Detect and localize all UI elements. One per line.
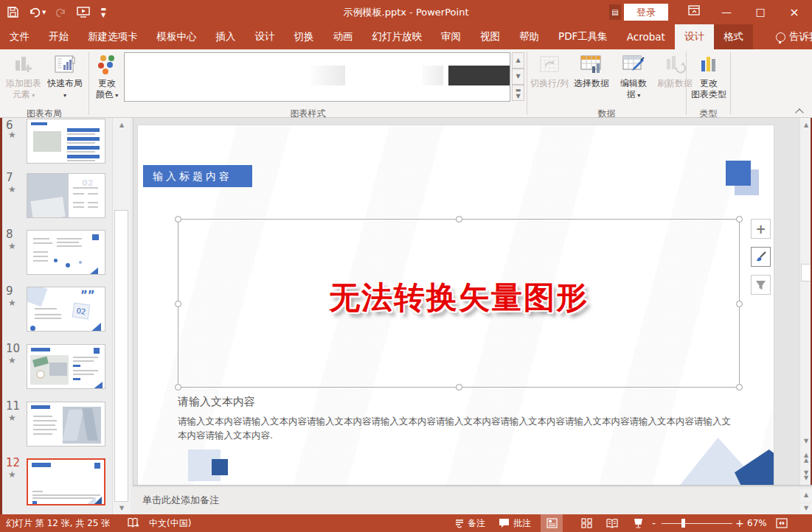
quick-access-toolbar: ▼ ▬▼ [7,0,106,24]
select-data-button[interactable]: 选择数据 [571,52,612,105]
fit-to-window-icon[interactable] [776,518,788,531]
tab-tell-me[interactable]: 告诉我 [766,24,812,49]
tab-help[interactable]: 帮助 [510,24,549,49]
notes-placeholder[interactable]: 单击此处添加备注 [142,494,219,507]
notes-pane[interactable]: 单击此处添加备注 [133,487,812,514]
comments-toggle-label[interactable]: 批注 [513,514,531,532]
resize-handle-se[interactable] [736,384,743,391]
zoom-level[interactable]: 67% [747,514,767,532]
save-icon[interactable] [7,7,18,18]
sidebar-scrollbar-thumb[interactable] [114,210,128,502]
slide-sorter-view-button[interactable] [575,514,597,532]
sidebar-scroll-up-icon[interactable]: ▲ [114,119,130,132]
customize-qat-icon[interactable]: ▬▼ [100,7,106,18]
notes-scroll-up-icon[interactable]: ▲ [800,489,812,502]
collapse-ribbon-icon[interactable] [794,105,807,117]
zoom-slider-thumb[interactable] [681,519,685,528]
ribbon-display-options-icon[interactable] [677,0,711,24]
resize-handle-ne[interactable] [736,216,743,223]
add-chart-element-icon [3,52,44,78]
tab-template-center[interactable]: 模板中心 [148,24,207,49]
slide-title-placeholder[interactable]: 输入标题内容 [143,165,252,187]
quick-layout-button[interactable]: 快速布局▾ [44,52,86,105]
slide-number: 12 [6,456,24,469]
spell-check-icon[interactable] [127,517,139,531]
change-chart-type-icon [690,52,728,78]
wordart-text[interactable]: 无法转换矢量图形 [178,277,739,318]
zoom-slider-track[interactable] [662,523,732,525]
tab-file[interactable]: 文件 [0,24,39,49]
gallery-more-icon[interactable]: ▬▼ [512,85,524,101]
resize-handle-nw[interactable] [175,216,181,223]
tab-chart-design-active[interactable]: 设计 [675,24,714,49]
notes-toggle-label[interactable]: 备注 [468,514,485,532]
start-slideshow-icon[interactable] [77,7,90,18]
tab-design[interactable]: 设计 [246,24,285,49]
slide-12-editing-surface[interactable]: 输入标题内容 无法转换矢量图形 请输入文本内容 请输入文本内容请输入文本内容请输… [138,125,774,486]
slide-thumbnail-9[interactable]: ”” 02 [27,287,105,332]
tab-insert[interactable]: 插入 [207,24,246,49]
tab-pdf-tools[interactable]: PDF工具集 [549,24,617,49]
edit-data-button[interactable]: 编辑数据 ▾ [614,52,653,105]
tab-home[interactable]: 开始 [39,24,78,49]
resize-handle-n[interactable] [456,216,462,223]
body-text[interactable]: 请输入文本内容请输入文本内容请输入文本内容请输入文本内容请输入文本内容请输入文本… [178,414,732,442]
normal-view-button[interactable] [541,514,563,532]
comments-toggle-icon[interactable] [499,518,510,531]
chart-styles-gallery[interactable] [124,52,510,102]
canvas-scrollbar-thumb[interactable] [801,264,811,281]
slide-thumbnail-7[interactable]: 02 [27,173,105,218]
slide-thumbnail-6[interactable] [27,119,105,164]
chart-styles-button[interactable] [751,247,771,267]
animation-star-icon: ★ [8,184,16,195]
minimize-button[interactable]: — [709,0,743,24]
chart-style-thumb[interactable] [448,66,510,85]
body-heading[interactable]: 请输入文本内容 [178,395,255,409]
undo-icon[interactable]: ▼ [29,7,46,18]
account-icon[interactable]: ▤ [609,4,621,20]
language-indicator[interactable]: 中文(中国) [149,514,191,532]
animation-star-icon: ★ [8,298,16,308]
zoom-out-button[interactable]: - [652,514,656,532]
tab-review[interactable]: 审阅 [431,24,471,49]
notes-scroll-down-icon[interactable]: ▼ [800,504,812,514]
zoom-in-button[interactable]: + [735,514,744,532]
close-button[interactable]: × [777,0,811,24]
slideshow-view-button[interactable] [627,514,649,532]
tab-view[interactable]: 视图 [471,24,510,49]
group-label-chart-layout: 图表布局 [0,108,89,118]
notes-toggle-icon[interactable] [454,518,465,531]
selected-object-bounding-box[interactable]: 无法转换矢量图形 [178,219,740,388]
sign-in-button[interactable]: 登录 [624,4,668,21]
ribbon: 添加图表元素 ▾ 快速布局▾ 图表布局 更改颜色 ▾ ▲ ▼ ▬▼ 图表样式 切… [0,49,812,118]
slide-thumbnail-12-selected[interactable] [27,458,105,505]
tab-animations[interactable]: 动画 [324,24,363,49]
refresh-data-icon [655,52,695,78]
chart-style-thumb[interactable] [310,66,345,85]
slide-thumbnail-8[interactable] [27,230,105,275]
slide-thumbnail-11[interactable] [27,402,105,447]
tab-transitions[interactable]: 切换 [285,24,324,49]
gallery-scroll-up-icon[interactable]: ▲ [512,52,524,69]
chart-style-thumb[interactable] [423,66,443,85]
gallery-scroll-down-icon[interactable]: ▼ [512,69,524,85]
resize-handle-e[interactable] [736,301,743,307]
chart-elements-button[interactable]: + [751,219,771,239]
slide-thumbnail-10[interactable] [27,344,105,389]
refresh-data-button: 刷新数据 [655,52,695,105]
change-colors-button[interactable]: 更改颜色 ▾ [91,52,122,105]
resize-handle-sw[interactable] [175,384,181,391]
change-chart-type-button[interactable]: 更改图表类型 [690,52,728,105]
resize-handle-s[interactable] [456,384,462,391]
tab-chart-format[interactable]: 格式 [714,24,753,49]
tab-slideshow[interactable]: 幻灯片放映 [363,24,432,49]
reading-view-button[interactable] [601,514,623,532]
slide-number: 11 [6,399,24,413]
tab-acrobat[interactable]: Acrobat [617,24,675,49]
chart-filters-button[interactable] [751,275,771,295]
resize-handle-w[interactable] [175,301,181,307]
sidebar-scroll-down-icon[interactable]: ▼ [114,503,130,515]
tab-new-custom[interactable]: 新建选项卡 [78,24,148,49]
redo-icon [56,7,66,18]
maximize-button[interactable]: □ [743,0,777,24]
